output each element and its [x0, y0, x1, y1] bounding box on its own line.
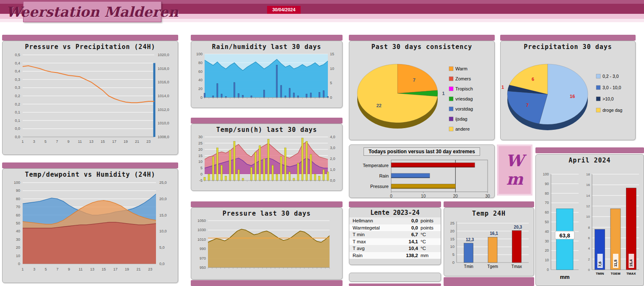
svg-text:0,0: 0,0	[330, 178, 335, 183]
svg-text:16,1: 16,1	[490, 231, 498, 236]
svg-text:25: 25	[450, 221, 454, 225]
svg-text:70: 70	[545, 201, 549, 205]
station-logo: Weerstation Malderen	[23, 1, 161, 22]
row-value: 0,0	[398, 217, 418, 224]
svg-text:0: 0	[330, 95, 332, 100]
row-unit: °C	[418, 245, 437, 252]
panel-bar-pressure-30d	[191, 201, 343, 207]
svg-text:3,0 - 10,0: 3,0 - 10,0	[602, 85, 621, 90]
svg-text:12,3: 12,3	[466, 237, 474, 242]
table-row: T max 14,1 °C	[349, 238, 441, 245]
svg-text:9: 9	[68, 267, 70, 271]
svg-text:1: 1	[442, 91, 444, 96]
lente-title: Lente 2023-24	[349, 208, 441, 217]
svg-text:40: 40	[16, 229, 20, 233]
svg-text:17: 17	[112, 139, 116, 144]
svg-text:20: 20	[16, 245, 20, 250]
svg-text:10: 10	[421, 194, 426, 198]
svg-text:0: 0	[200, 172, 203, 176]
svg-text:13: 13	[90, 267, 94, 271]
svg-text:vorstdag: vorstdag	[455, 106, 473, 111]
svg-text:7,6: 7,6	[598, 261, 602, 267]
svg-text:Tmin: Tmin	[464, 264, 473, 269]
panel-consistency-pie: Past 30 days consistency 7122WarmZomersT…	[349, 41, 495, 140]
chart-title-consistency: Past 30 days consistency	[349, 41, 494, 51]
svg-text:0,0: 0,0	[15, 126, 20, 131]
svg-text:Zomers: Zomers	[455, 76, 471, 81]
svg-text:19: 19	[124, 139, 128, 144]
svg-text:3: 3	[33, 139, 35, 144]
svg-text:15,0: 15,0	[159, 213, 167, 217]
svg-text:mm: mm	[560, 274, 569, 280]
panel-bar-lente	[349, 201, 441, 207]
svg-text:0,1: 0,1	[15, 110, 20, 114]
svg-text:15: 15	[198, 154, 203, 158]
svg-text:20: 20	[545, 248, 549, 253]
table-row: Warmtegetal 0,0 points	[349, 224, 441, 232]
svg-text:1: 1	[21, 267, 23, 271]
svg-text:15: 15	[101, 139, 105, 144]
svg-text:7: 7	[526, 103, 529, 108]
svg-text:Tgem: Tgem	[487, 264, 498, 269]
svg-text:10: 10	[198, 160, 203, 164]
svg-text:-5: -5	[199, 178, 203, 183]
svg-text:0: 0	[452, 260, 454, 265]
svg-text:19: 19	[125, 267, 129, 271]
svg-text:950: 950	[200, 265, 206, 270]
svg-text:0: 0	[200, 95, 203, 100]
svg-text:7: 7	[56, 267, 58, 271]
svg-text:60: 60	[545, 210, 549, 214]
panel-april-2024: April 2024 010203040506070809010063,8mm0…	[535, 154, 644, 286]
svg-text:5: 5	[200, 166, 203, 170]
row-unit: mm	[418, 252, 437, 259]
svg-text:8: 8	[588, 226, 590, 229]
svg-text:1: 1	[501, 85, 504, 90]
svg-text:12: 12	[586, 204, 590, 208]
row-label: T avg	[353, 245, 398, 252]
svg-text:0,3: 0,3	[15, 77, 20, 82]
svg-text:7: 7	[413, 77, 415, 82]
temp-dew-humidity-chart: 100908070605040302010025,020,015,010,05,…	[3, 178, 178, 281]
svg-text:13: 13	[89, 139, 93, 144]
svg-text:80: 80	[16, 197, 20, 201]
svg-text:5,0: 5,0	[159, 245, 165, 250]
svg-text:16: 16	[570, 94, 575, 99]
svg-text:0: 0	[547, 268, 549, 272]
svg-text:10: 10	[450, 244, 454, 249]
svg-text:60: 60	[198, 70, 203, 74]
svg-text:100: 100	[196, 52, 203, 56]
panel-bar-temp24-bottom	[444, 277, 534, 286]
svg-text:23: 23	[148, 267, 152, 271]
svg-text:Rain: Rain	[379, 173, 389, 178]
svg-text:ijsdag: ijsdag	[455, 116, 467, 121]
svg-text:40: 40	[545, 229, 549, 234]
svg-text:5: 5	[330, 81, 332, 85]
panel-temp-dew-humidity-24h: Temp/dewpoint vs Humidity (24H) 10090807…	[2, 168, 178, 283]
svg-text:50: 50	[545, 220, 549, 224]
table-row: T min 6,7 °C	[349, 231, 441, 238]
chart-title-temp-dew: Temp/dewpoint vs Humidity (24H)	[3, 169, 178, 178]
svg-text:1010,0: 1010,0	[158, 121, 169, 125]
panel-pressure-30d: Pressure last 30 days 105010301010990970…	[191, 207, 343, 280]
svg-text:2,0: 2,0	[330, 157, 335, 161]
table-row: T avg 10,4 °C	[349, 245, 441, 252]
svg-text:16: 16	[586, 183, 590, 187]
svg-text:25: 25	[198, 141, 203, 145]
row-value: 0,0	[398, 224, 418, 232]
svg-text:30: 30	[545, 239, 549, 243]
row-unit: °C	[418, 238, 437, 245]
svg-text:11: 11	[79, 267, 83, 271]
panel-bar-rain-humidity	[191, 35, 343, 41]
panel-bar-precip-pie	[500, 35, 636, 41]
chart-title-extremes: Todays position versus last 30 day extre…	[364, 147, 480, 156]
svg-text:1010: 1010	[197, 237, 206, 242]
svg-text:TMIN: TMIN	[596, 272, 604, 276]
svg-text:20: 20	[450, 229, 454, 233]
svg-text:30: 30	[198, 135, 203, 139]
svg-text:droge dag: droge dag	[602, 108, 622, 113]
svg-text:80: 80	[545, 191, 549, 196]
svg-text:6: 6	[588, 236, 590, 240]
panel-bar-temp24	[444, 201, 534, 207]
pressure-precip-chart: 0,50,40,40,30,30,20,20,10,10,00,01020,01…	[3, 51, 178, 153]
row-value: 14,1	[398, 238, 418, 245]
